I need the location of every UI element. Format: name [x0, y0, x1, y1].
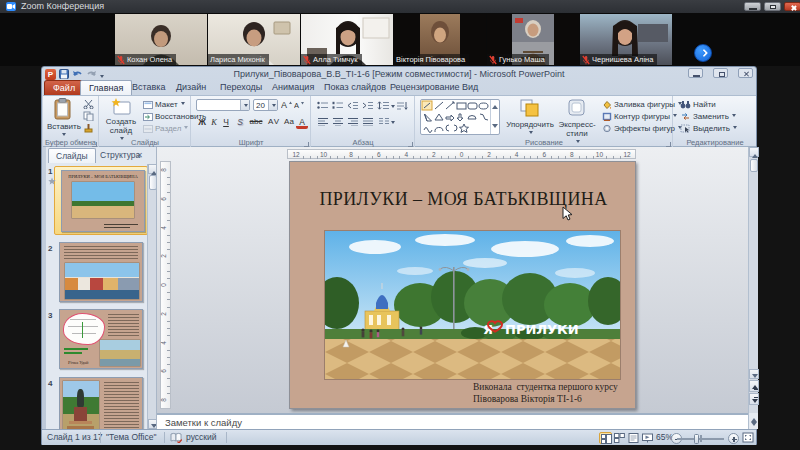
scroll-up-button[interactable] [749, 147, 759, 157]
slide-thumbnail-selected[interactable]: 1 ПРИЛУКИ – МОЯ БАТЬКІВЩИНА [54, 166, 148, 235]
participant-tile[interactable]: Вікторія Півоварова [394, 14, 486, 65]
slide-credits[interactable]: Виконала студентка першого курсу Півовар… [473, 381, 623, 405]
columns-icon [378, 117, 390, 126]
panel-close-icon[interactable]: ✕ [135, 151, 144, 160]
participant-tile[interactable]: Гунько Маша [487, 14, 579, 65]
shapes-gallery[interactable] [420, 99, 500, 135]
replace-button[interactable]: Заменить [680, 112, 736, 121]
panel-scrollbar[interactable] [147, 164, 156, 429]
notes-scrollbar[interactable] [748, 413, 758, 429]
notes-pane[interactable]: Заметки к слайду [157, 413, 748, 429]
participant-tile[interactable]: Кохан Олена [115, 14, 207, 65]
align-right-button[interactable] [347, 117, 359, 128]
bold-button[interactable]: Ж [196, 116, 208, 128]
change-case-button[interactable]: Aa [282, 116, 296, 128]
cut-button[interactable] [83, 99, 94, 111]
increase-indent-icon [362, 101, 374, 110]
tab-view[interactable]: Вид [454, 80, 486, 95]
scrollbar-thumb[interactable] [750, 159, 758, 172]
ruler-tick [441, 156, 442, 159]
justify-button[interactable] [362, 117, 374, 128]
shape-fill-icon [602, 100, 612, 109]
zoom-in-button[interactable] [728, 433, 739, 444]
slide-photo[interactable]: Я ПРИЛУКИ [325, 231, 620, 379]
scroll-up-button[interactable] [148, 164, 157, 174]
text-shadow-button[interactable]: S [234, 116, 246, 128]
ruler-tick [167, 393, 170, 394]
slide-sorter-view-button[interactable] [613, 432, 626, 444]
slide-scrollbar[interactable] [748, 147, 758, 413]
slide-thumbnail[interactable]: 4 [59, 377, 147, 429]
slide-thumbnail[interactable]: 3 Річка Удай [59, 309, 147, 369]
columns-button[interactable] [378, 117, 395, 128]
shape-effects-button[interactable]: Эффекты фигур [602, 124, 682, 133]
align-left-button[interactable] [317, 117, 329, 128]
text-direction-button[interactable] [396, 101, 408, 112]
reading-view-button[interactable] [627, 432, 640, 444]
slide-thumbnail[interactable]: 2 [59, 242, 147, 302]
tab-design[interactable]: Дизайн [168, 80, 214, 95]
line-spacing-button[interactable] [377, 101, 395, 112]
tab-insert[interactable]: Вставка [124, 80, 173, 95]
next-slide-button[interactable] [749, 393, 759, 405]
participant-tile[interactable]: Чернишева Аліна [580, 14, 672, 65]
align-center-button[interactable] [332, 117, 344, 128]
decrease-font-button[interactable]: A [293, 99, 305, 111]
format-painter-button[interactable] [83, 123, 94, 135]
zoom-minimize-button[interactable] [744, 2, 761, 11]
scrollbar-thumb[interactable] [149, 175, 157, 190]
font-size-combo[interactable]: 20 [253, 99, 278, 111]
bullets-button[interactable] [317, 101, 329, 112]
ppt-restore-button[interactable] [713, 68, 728, 78]
slide-title[interactable]: ПРИЛУКИ – МОЯ БАТЬКІВЩИНА [300, 189, 627, 210]
next-participants-button[interactable] [694, 44, 712, 62]
spellcheck-button[interactable] [170, 432, 182, 448]
panel-tab-slides[interactable]: Слайды [48, 148, 96, 163]
editing-canvas: 12108642024681012 864202468 ПРИЛУКИ – МО… [157, 147, 748, 413]
paste-button[interactable]: Вставить [47, 98, 79, 140]
increase-indent-button[interactable] [362, 101, 374, 112]
copy-button[interactable] [83, 111, 94, 123]
section-button[interactable]: Раздел [143, 124, 188, 133]
ppt-close-button[interactable] [738, 68, 753, 78]
select-button[interactable]: Выделить [680, 124, 737, 133]
fit-to-window-button[interactable] [742, 432, 754, 449]
tab-file[interactable]: Файл [44, 80, 84, 95]
find-button[interactable]: Найти [680, 100, 716, 109]
increase-font-button[interactable]: A [280, 99, 292, 111]
decrease-indent-button[interactable] [347, 101, 359, 112]
shape-fill-button[interactable]: Заливка фигуры [602, 100, 682, 109]
thumbnail-number: 2 [48, 244, 52, 253]
slideshow-view-button[interactable] [641, 432, 654, 444]
font-color-button[interactable]: А [296, 116, 308, 129]
shape-outline-button[interactable]: Контур фигуры [602, 112, 677, 121]
arrange-button[interactable]: Упорядочить [506, 98, 554, 138]
undo-button[interactable] [72, 69, 83, 81]
layout-button[interactable]: Макет [143, 100, 185, 109]
numbering-button[interactable] [332, 101, 344, 112]
language-indicator[interactable]: русский [186, 430, 217, 445]
save-button[interactable] [59, 69, 69, 81]
ppt-minimize-button[interactable] [688, 68, 703, 78]
participant-tile[interactable]: Лариса Михонік [208, 14, 300, 65]
character-spacing-button[interactable]: AV [266, 116, 282, 128]
binoculars-icon [680, 100, 691, 109]
underline-button[interactable]: Ч [220, 116, 232, 128]
tab-animation[interactable]: Анимация [264, 80, 322, 95]
slide-canvas[interactable]: ПРИЛУКИ – МОЯ БАТЬКІВЩИНА [289, 161, 636, 409]
participant-tile[interactable]: Алла Тимчук [301, 14, 393, 65]
zoom-close-button[interactable] [784, 2, 800, 11]
zoom-slider-thumb[interactable] [694, 434, 699, 444]
normal-view-button[interactable] [599, 432, 612, 444]
font-name-combo[interactable] [196, 99, 250, 111]
tab-transitions[interactable]: Переходы [212, 80, 270, 95]
previous-slide-button[interactable] [749, 380, 759, 392]
scroll-down-button[interactable] [148, 419, 157, 429]
scroll-down-button[interactable] [749, 369, 759, 379]
participant-name-label: Гунько Маша [487, 54, 549, 65]
shapes-scroll[interactable] [490, 100, 499, 134]
redo-button[interactable] [86, 69, 97, 81]
zoom-restore-button[interactable] [764, 2, 781, 11]
strikethrough-button[interactable]: abc [247, 116, 265, 128]
italic-button[interactable]: К [208, 116, 220, 128]
